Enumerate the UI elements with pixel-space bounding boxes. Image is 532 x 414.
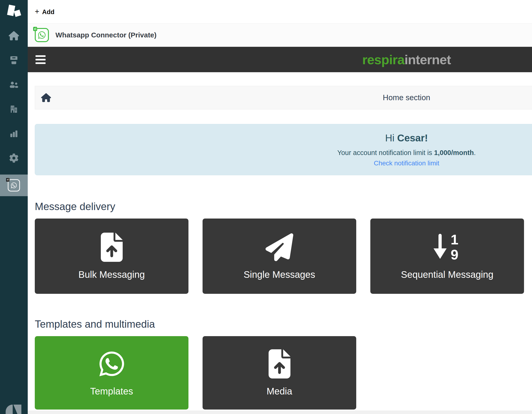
sidebar-nav: ri (0, 23, 28, 196)
topbar: + Add (28, 0, 532, 23)
file-upload-icon (269, 349, 290, 378)
sort-numeric-down-icon: 1 9 (431, 233, 463, 262)
home-icon (9, 30, 19, 41)
paper-plane-icon (266, 233, 293, 262)
users-icon (9, 80, 19, 89)
greeting: Hi Cesar! (385, 132, 428, 144)
sidebar-item-settings[interactable] (0, 146, 28, 170)
connector-badge: ri (6, 178, 10, 182)
menu-button[interactable] (36, 55, 46, 64)
limit-value: 1,000/month (434, 149, 474, 157)
check-limit-link[interactable]: Check notification limit (374, 159, 439, 167)
whatsapp-icon (10, 182, 17, 189)
inbox-archive-icon (9, 56, 19, 65)
gear-icon (9, 153, 19, 163)
limit-text: Your account notification limit is 1,000… (337, 149, 476, 157)
bar-chart-icon (9, 129, 19, 138)
add-button-label: Add (42, 9, 54, 16)
add-button[interactable]: + Add (35, 8, 55, 16)
tile-single-messages[interactable]: Single Messages (203, 218, 356, 294)
greeting-name: Cesar! (397, 132, 428, 144)
partner-logo-shape (6, 404, 13, 414)
tile-bulk-messaging[interactable]: Bulk Messaging (35, 218, 189, 294)
tile-sequential-messaging[interactable]: 1 9 Sequential Messaging (370, 218, 524, 294)
limit-prefix: Your account notification limit is (337, 149, 434, 157)
tile-label: Media (267, 386, 292, 397)
partner-logo-shape (13, 404, 21, 414)
whatsapp-app-icon: ri (35, 28, 49, 42)
brand-logo-gray: internet (404, 52, 451, 67)
tile-label: Single Messages (244, 269, 315, 280)
app-header: respirainternet (28, 47, 532, 72)
tile-label: Templates (90, 386, 133, 397)
horizontal-scrollbar-track[interactable] (28, 411, 532, 414)
partner-logo-icon (6, 403, 23, 414)
connector-row[interactable]: ri Whatsapp Connector (Private) (28, 23, 532, 47)
page-title: Home section (35, 93, 532, 102)
file-upload-icon (101, 233, 123, 262)
app-logo-shape (14, 10, 21, 17)
greeting-hi: Hi (385, 132, 397, 144)
section-title-templates-multimedia: Templates and multimedia (35, 318, 532, 330)
sidebar-item-stats[interactable] (0, 121, 28, 146)
sidebar-item-company[interactable] (0, 97, 28, 121)
sidebar-item-home[interactable] (0, 23, 28, 48)
app-logo-shape (7, 5, 15, 16)
section-title-message-delivery: Message delivery (35, 201, 532, 212)
connector-badge: ri (33, 27, 37, 31)
digit-nine: 9 (450, 247, 458, 262)
hamburger-icon (36, 59, 46, 60)
delivery-tiles: Bulk Messaging Single Messages 1 9 Se (35, 218, 532, 294)
brand-logo-green: respira (362, 52, 404, 67)
sidebar: ri (0, 0, 28, 414)
hamburger-icon (36, 55, 46, 57)
whatsapp-icon (99, 349, 124, 378)
breadcrumb: Home section (35, 86, 532, 109)
digit-one: 1 (450, 233, 458, 247)
sidebar-item-users[interactable] (0, 72, 28, 97)
sidebar-item-inbox[interactable] (0, 48, 28, 72)
content: Home section Hi Cesar! Your account noti… (28, 72, 532, 410)
whatsapp-app-icon: ri (8, 179, 20, 191)
sidebar-item-whatsapp-active[interactable]: ri (0, 175, 28, 196)
tile-media[interactable]: Media (203, 336, 356, 410)
tile-templates[interactable]: Templates (35, 336, 189, 410)
app-logo-icon (6, 5, 22, 19)
plus-icon: + (35, 8, 39, 15)
main-area: + Add ri Whatsapp Connector (Private) re… (28, 0, 532, 414)
brand-logo: respirainternet (35, 47, 532, 72)
building-icon (9, 104, 19, 114)
notification-infobox: Hi Cesar! Your account notification limi… (35, 124, 532, 175)
template-tiles: Templates Media (35, 336, 532, 410)
whatsapp-icon (38, 31, 46, 39)
limit-suffix: . (474, 149, 475, 157)
tile-label: Sequential Messaging (401, 269, 494, 280)
tile-label: Bulk Messaging (78, 269, 145, 280)
connector-title: Whatsapp Connector (Private) (56, 31, 156, 39)
hamburger-icon (36, 62, 46, 64)
